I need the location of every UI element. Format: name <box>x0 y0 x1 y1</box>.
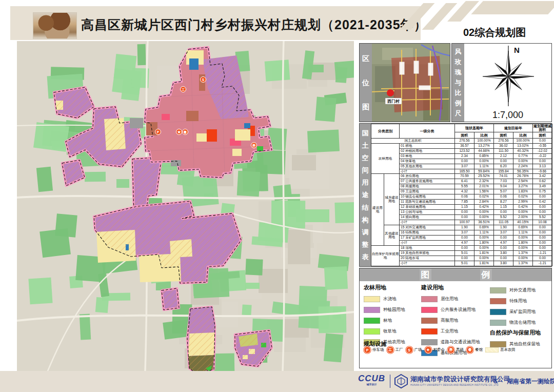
sidebar-char: 与 <box>455 80 462 86</box>
location-map-sidebar: 区位图 <box>360 44 372 122</box>
value-cell: 1.11% <box>474 230 494 236</box>
sheet-title: 02综合规划图 <box>463 26 526 40</box>
value-cell: 0.00% <box>513 236 533 241</box>
sidebar-char: 途 <box>362 191 369 198</box>
legend-swatch <box>490 298 506 304</box>
element: 面积 <box>455 132 474 138</box>
element: 面积 <box>494 132 513 138</box>
field-patch <box>315 97 336 122</box>
element: 国土总面积276.56100.00%276.56100.00%0.00农林用地0… <box>371 138 552 266</box>
value-cell: 0.62 <box>533 179 552 184</box>
category-cell: 05 其他农用地 <box>400 164 455 169</box>
value-cell: 0.00% <box>513 256 533 261</box>
category-cell: 01 耕地 <box>400 143 455 148</box>
sidebar-char: 用 <box>362 179 369 186</box>
value-cell: 0.00 <box>455 256 474 261</box>
value-cell: 0.02% <box>513 194 533 200</box>
value-cell: 1.80% <box>474 241 494 246</box>
value-cell: 3.07 <box>455 230 474 236</box>
value-cell: 0.00% <box>513 159 533 164</box>
sidebar-char: 土 <box>362 142 369 149</box>
工厂-icon: 工 <box>387 346 394 354</box>
sidebar-char: 比 <box>455 90 462 96</box>
sidebar-char: 国 <box>362 130 369 136</box>
table-row: 其他建设用地15 对外交通用地1.900.69%1.900.69%0.00 <box>371 225 552 230</box>
table-row: 国土总面积276.56100.00%276.56100.00%0.00 <box>371 138 552 143</box>
table-row: 自然保护与保留用地18 湿地0.000.00%0.000.00%0.00 <box>371 246 552 251</box>
legend-swatch <box>364 296 380 302</box>
legend-label: 采矿盐田用地 <box>509 309 536 315</box>
value-cell: 0.77% <box>513 153 533 159</box>
value-cell: 0.00 <box>533 205 552 210</box>
legend-swatch <box>421 339 438 345</box>
value-cell: 165.50 <box>455 169 474 174</box>
facility-label: 基本农田 <box>500 347 516 352</box>
field-patch <box>95 297 109 313</box>
sidebar-char: 结 <box>362 204 369 211</box>
value-cell: 2.12 <box>494 153 513 159</box>
legend-item: 特殊用地 <box>490 296 550 306</box>
element: 一级分类 <box>400 124 455 139</box>
legend-label: 道路与交通设施用地 <box>441 339 480 345</box>
value-cell: 70.59 <box>455 174 474 179</box>
value-cell: 0.00 <box>533 225 552 230</box>
facility-item: P停车场 <box>364 346 384 354</box>
value-cell: 36.02 <box>494 143 513 148</box>
category-cell: 07 公共服务设施用地 <box>400 179 455 184</box>
legend-section-title: 自然保护与保留用地 <box>490 329 550 337</box>
group-cell: 建设用地 <box>371 174 384 246</box>
page: 高昌区新城片区西门村乡村振兴村庄规划（2021-2035年） 02综合规划图 <box>0 0 554 392</box>
legend-label: 林地 <box>383 318 392 324</box>
category-cell: 16 特殊用地 <box>400 230 455 236</box>
legend-item: 公共服务设施用地 <box>421 304 489 315</box>
value-cell: 0.75 <box>533 189 552 194</box>
value-cell: 100.97 <box>455 220 474 225</box>
value-cell: 5.01 <box>455 251 474 256</box>
facility-label: 工厂 <box>395 347 403 352</box>
element: 分类层别 <box>371 124 400 139</box>
wind-rose: N <box>464 44 551 108</box>
value-cell: 0.00 <box>533 210 552 215</box>
value-cell: 111.50 <box>494 148 513 153</box>
value-cell: 8.27 <box>494 200 513 205</box>
value-cell: 0.00 <box>455 246 474 251</box>
plantation-south-small <box>162 288 179 310</box>
ampersand: & <box>493 378 498 385</box>
location-map-panel: 区位图 <box>359 43 450 122</box>
element: 规划期增减面积 <box>533 124 552 132</box>
legend-swatch <box>421 318 438 324</box>
legend-swatch <box>490 320 506 326</box>
mixed-parcel-southwest <box>187 307 215 371</box>
location-map-image: 西门村 <box>372 44 450 122</box>
value-cell: 0.00% <box>474 215 494 220</box>
value-cell: 5.01 <box>455 261 474 266</box>
村委会-marker-glyph: ★ <box>177 130 181 134</box>
sidebar-char: 区 <box>362 55 369 62</box>
urban-patch <box>292 155 316 170</box>
field-patch <box>324 334 343 363</box>
header-photo <box>33 12 77 39</box>
value-cell: 59.84% <box>474 169 494 174</box>
value-cell: -12.02 <box>533 148 552 153</box>
field-patch <box>137 44 146 65</box>
value-cell: 0.00 <box>455 159 474 164</box>
value-cell: 1.15 <box>455 205 474 210</box>
compass-panel: 风玫瑰与比例尺 N 1:7,000 <box>451 43 552 122</box>
field-patch <box>85 172 106 182</box>
value-cell: 0.00 <box>533 241 552 246</box>
legend-swatch <box>364 307 380 313</box>
value-cell: -1.21 <box>533 251 552 256</box>
value-cell: 276.56 <box>455 138 474 143</box>
工厂-marker: 工 <box>181 87 186 92</box>
legend-title: 图例 <box>360 268 551 281</box>
legend-label: 牧草地 <box>383 328 397 335</box>
value-cell: 25.52% <box>474 174 494 179</box>
value-cell: 2.01% <box>474 184 494 189</box>
value-cell: 2.32% <box>474 179 494 184</box>
value-cell: 0.00 <box>494 236 513 241</box>
legend-swatch <box>490 309 506 315</box>
value-cell: -0.22 <box>533 153 552 159</box>
value-cell: 3.07 <box>455 164 474 169</box>
value-cell: 0.00% <box>474 210 494 215</box>
logo-hexagon <box>394 374 408 389</box>
